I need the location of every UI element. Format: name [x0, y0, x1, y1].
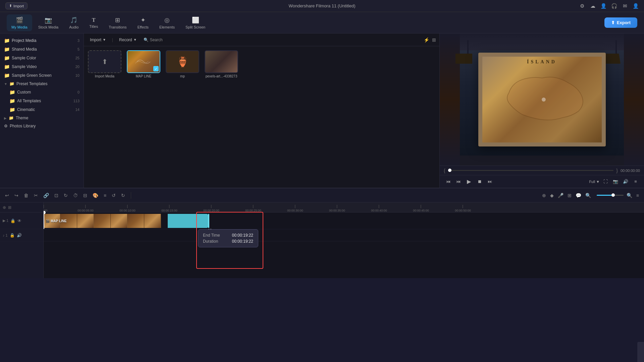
crop-icon[interactable]: ⊡: [53, 192, 59, 199]
preset-templates-label: Preset Templates: [16, 81, 48, 86]
ruler-mark-30s: 00:00:30:00: [287, 205, 303, 212]
volume-button[interactable]: 🔊: [621, 177, 630, 186]
cut-icon[interactable]: ✂: [33, 192, 39, 199]
toolbar-split-screen[interactable]: ⬜ Split Screen: [181, 14, 210, 31]
split-icon[interactable]: ⊟: [82, 192, 88, 199]
zoom-out-icon[interactable]: 🔍: [626, 192, 633, 199]
record-button[interactable]: Record ▼: [116, 37, 140, 43]
prev-frame-button[interactable]: ⏮: [454, 177, 463, 186]
sidebar-item-sample-green-screen[interactable]: 📁 Sample Green Screen 10: [0, 71, 84, 80]
titlebar-import-button[interactable]: ⬆ Import: [5, 2, 28, 9]
settings-button[interactable]: ≡: [631, 177, 640, 186]
progress-bar-track[interactable]: [448, 170, 614, 171]
import-media-item[interactable]: ⬆ Import Media: [88, 50, 121, 78]
ruler-label-35s: 00:00:35:00: [329, 209, 345, 212]
audio-track-icon[interactable]: 🎤: [557, 192, 565, 199]
media-item-mp[interactable]: 🏺 mp: [166, 50, 199, 78]
captions-icon[interactable]: 💬: [575, 192, 582, 199]
clip-frame-3: [77, 214, 94, 228]
forward-icon[interactable]: ↻: [120, 192, 126, 199]
toolbar-effects[interactable]: ✦ Effects: [133, 14, 153, 31]
message-icon[interactable]: ✉: [622, 3, 628, 9]
track-a1-lock-icon[interactable]: 🔒: [10, 233, 15, 238]
timeline-audio-track: [44, 229, 644, 241]
track-v1-lock-icon[interactable]: 🔒: [10, 219, 15, 223]
sidebar-item-photos-library[interactable]: ⚙ Photos Library: [0, 122, 84, 130]
sidebar-preset-templates-header[interactable]: ▼ 📁 Preset Templates: [0, 80, 84, 88]
back-icon[interactable]: ↺: [111, 192, 117, 199]
preview-quality[interactable]: Full ▼: [589, 180, 600, 184]
media-item-pexels[interactable]: pexels-art...-4338273: [205, 50, 238, 78]
clip-duration-icon[interactable]: ⊞: [567, 192, 573, 199]
more-options-icon[interactable]: ≡: [635, 192, 640, 199]
sidebar-item-sample-video[interactable]: 📁 Sample Video 20: [0, 62, 84, 71]
user-icon[interactable]: 👤: [633, 3, 639, 9]
add-track-icon[interactable]: ⊕: [541, 192, 547, 199]
toolbar-stock-media[interactable]: 📷 Stock Media: [34, 14, 63, 31]
filter-icon[interactable]: ⚡: [424, 37, 429, 43]
clip-map-filmstrip[interactable]: 🎬 MAP LINE: [44, 214, 168, 228]
titlebar-right: ⚙ ☁ 👤 🎧 ✉ 👤: [579, 3, 639, 9]
stop-button[interactable]: ⏹: [475, 177, 484, 186]
magnet-icon[interactable]: 🔗: [42, 192, 50, 199]
track-v1-eye-icon[interactable]: 👁: [17, 219, 21, 223]
zoom-in-icon[interactable]: 🔍: [584, 192, 592, 199]
rotate-icon[interactable]: ↻: [63, 192, 69, 199]
toolbar-elements[interactable]: ◎ Elements: [155, 14, 179, 31]
clip-frame-4: [94, 214, 111, 228]
timeline-main: 00:00 00:00:05:00 00:00:10:00 00:00:15:0…: [44, 202, 644, 278]
redo-icon[interactable]: ↪: [13, 192, 19, 199]
toolbar-transitions[interactable]: ⊞ Transitions: [104, 14, 131, 31]
play-button[interactable]: ▶: [464, 177, 474, 187]
ruler-mark-50s: 00:00:50:00: [455, 205, 471, 212]
cinematic-label: Cinematic: [17, 107, 35, 112]
ruler-tick: [421, 205, 421, 208]
ruler-mark-20s: 00:00:20:00: [203, 205, 219, 212]
import-button[interactable]: Import ▼: [87, 37, 109, 43]
next-frame-button[interactable]: ⏭: [485, 177, 494, 186]
adjust-icon[interactable]: ≡: [103, 192, 107, 199]
grid-view-icon[interactable]: ⊞: [432, 37, 436, 43]
snapshot-button[interactable]: 📷: [611, 177, 620, 186]
zoom-slider-area[interactable]: [597, 195, 624, 196]
folder-icon-preset-templates: 📁: [9, 81, 14, 86]
timer-icon[interactable]: ⏱: [72, 192, 79, 199]
toolbar-audio[interactable]: 🎵 Audio: [64, 14, 83, 31]
rewind-button[interactable]: ⏮: [444, 177, 452, 186]
preview-image-area: ÍSLAND: [440, 34, 644, 166]
undo-icon[interactable]: ↩: [4, 192, 10, 199]
media-item-map-line[interactable]: ✓ MAP LINE: [127, 50, 160, 78]
settings-icon[interactable]: ⚙: [579, 3, 585, 9]
add-media-icon[interactable]: ⊕: [3, 205, 6, 210]
sidebar-item-cinematic[interactable]: 📁 Cinematic 14: [0, 105, 84, 114]
sidebar-theme-header[interactable]: ▶ 📁 Theme: [0, 114, 84, 122]
clip-teal-extension[interactable]: [168, 214, 208, 228]
headset-icon[interactable]: 🎧: [611, 3, 617, 9]
track-a1-volume-icon[interactable]: 🔊: [17, 233, 22, 238]
toolbar-separator-1: [131, 192, 131, 199]
ruler-label-5s: 00:00:05:00: [77, 209, 94, 212]
fullscreen-button[interactable]: ⛶: [601, 177, 610, 186]
sidebar-item-shared-media[interactable]: 📁 Shared Media 5: [0, 45, 84, 54]
sidebar-item-project-media[interactable]: 📁 Project Media 3: [0, 36, 84, 45]
titlebar: ⬆ Import Wondershare Filmora 11 (Untitle…: [0, 0, 644, 12]
delete-icon[interactable]: 🗑: [23, 192, 30, 199]
sidebar-item-all-templates[interactable]: 📁 All Templates 113: [0, 97, 84, 105]
timeline-video-track: 🎬 MAP LINE End Time 00:00:19: [44, 213, 644, 229]
expand-icon-theme: ▶: [4, 116, 7, 120]
account-icon[interactable]: 👤: [600, 3, 606, 9]
zoom-slider-track: [597, 195, 624, 196]
expand-tracks-icon[interactable]: ⊞: [8, 205, 11, 210]
cloud-icon[interactable]: ☁: [590, 3, 596, 9]
ruler-label-20s: 00:00:20:00: [203, 209, 219, 212]
search-area[interactable]: 🔍 Search: [144, 38, 163, 42]
toolbar-my-media[interactable]: 🎬 My Media: [7, 14, 32, 31]
ruler-label-25s: 00:00:25:00: [245, 209, 261, 212]
sidebar-item-custom[interactable]: 📁 Custom 0: [0, 88, 84, 97]
keyframe-icon[interactable]: ◆: [549, 192, 555, 199]
sidebar-item-sample-color[interactable]: 📁 Sample Color 25: [0, 54, 84, 62]
toolbar-titles[interactable]: T Titles: [85, 15, 103, 31]
color-icon[interactable]: 🎨: [92, 192, 99, 199]
export-button[interactable]: ⬆ Export: [604, 17, 637, 28]
ruler-label-15s: 00:00:15:00: [161, 209, 177, 212]
